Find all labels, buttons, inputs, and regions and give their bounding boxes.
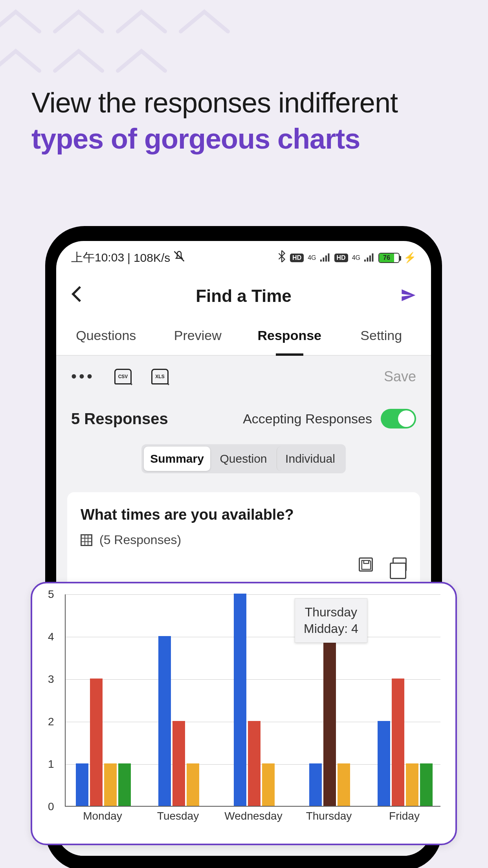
app-header: Find a Time [56,270,431,318]
response-count-row: 5 Responses Accepting Responses [67,409,420,428]
tab-questions[interactable]: Questions [60,318,152,355]
tab-setting[interactable]: Setting [336,318,427,355]
y-tick: 2 [48,715,54,728]
svg-rect-7 [372,253,374,261]
x-tick: Thursday [306,810,352,822]
x-tick: Tuesday [157,810,199,822]
grid-icon [81,534,92,546]
accepting-toggle[interactable] [381,409,416,428]
more-button[interactable]: ••• [71,368,95,385]
seg-summary[interactable]: Summary [144,447,210,471]
bluetooth-icon [277,250,286,265]
bar-group [147,636,210,806]
signal-icon-2 [364,251,374,265]
y-tick: 3 [48,673,54,686]
bar[interactable] [90,679,103,806]
network-4g-2: 4G [352,254,360,261]
view-segmented-control: Summary Question Individual [141,444,346,473]
svg-rect-0 [320,259,322,261]
bar[interactable] [392,679,404,806]
svg-rect-1 [323,257,324,261]
accepting-label: Accepting Responses [243,411,372,427]
promo-line1: View the responses indifferent [31,86,457,119]
bar-group [298,636,361,806]
export-xls-button[interactable] [151,369,169,384]
hd-badge: HD [290,254,304,262]
hd-badge-2: HD [334,254,348,262]
bar[interactable] [323,636,336,806]
seg-individual[interactable]: Individual [277,447,343,471]
x-tick: Monday [83,810,122,822]
bar-group [72,679,135,806]
x-tick: Wednesday [224,810,282,822]
y-tick: 0 [48,800,54,813]
bar[interactable] [406,763,418,806]
bar[interactable] [248,721,261,806]
promo-heading: View the responses indifferent types of … [0,0,488,155]
bar[interactable] [76,763,88,806]
y-tick: 1 [48,758,54,771]
save-button[interactable]: Save [384,368,416,385]
chart-tooltip: Thursday Midday: 4 [295,598,367,643]
bar-group [223,594,286,806]
question-meta: (5 Responses) [99,533,181,547]
battery-level: 76 [379,254,394,262]
svg-rect-6 [369,255,371,261]
response-count: 5 Responses [71,410,168,428]
bar[interactable] [172,721,185,806]
bar[interactable] [309,763,322,806]
y-tick: 5 [48,588,54,601]
status-speed: 108K/s [134,251,170,265]
bar[interactable] [420,763,433,806]
tab-response[interactable]: Response [244,318,336,355]
tab-preview[interactable]: Preview [152,318,244,355]
bar[interactable] [338,763,350,806]
copy-chart-button[interactable] [393,557,407,572]
tooltip-line2: Midday: 4 [304,621,358,637]
send-button[interactable] [396,287,416,305]
back-button[interactable] [71,285,91,307]
tab-bar: Questions Preview Response Setting [56,318,431,356]
bar[interactable] [234,594,246,806]
statusbar: 上午10:03 | 108K/s HD 4G HD 4G [56,241,431,270]
bar[interactable] [118,763,131,806]
bar[interactable] [262,763,275,806]
question-title: What times are you available? [81,506,407,523]
network-4g: 4G [308,254,316,261]
svg-rect-4 [364,259,366,261]
y-tick: 4 [48,631,54,643]
bar[interactable] [104,763,117,806]
export-csv-button[interactable] [114,369,132,384]
charging-icon: ⚡ [404,252,416,264]
chart[interactable]: 012345 MondayTuesdayWednesdayThursdayFri… [43,594,444,822]
battery-icon: 76 [378,253,400,263]
save-chart-button[interactable] [359,557,373,572]
tooltip-line1: Thursday [304,604,358,621]
signal-icon [320,251,330,265]
mute-icon [173,250,185,265]
toolbar: ••• Save [67,368,420,385]
bar-group [374,679,437,806]
svg-rect-3 [328,253,329,261]
bar[interactable] [158,636,171,806]
x-tick: Friday [389,810,420,822]
promo-line2: types of gorgeous charts [31,123,457,155]
chart-zoom-overlay: 012345 MondayTuesdayWednesdayThursdayFri… [31,582,457,845]
svg-rect-2 [325,255,327,261]
status-time: 上午10:03 [71,250,124,266]
seg-question[interactable]: Question [210,447,277,471]
bar[interactable] [187,763,199,806]
svg-rect-5 [367,257,369,261]
page-title: Find a Time [196,286,292,306]
bar[interactable] [378,721,390,806]
